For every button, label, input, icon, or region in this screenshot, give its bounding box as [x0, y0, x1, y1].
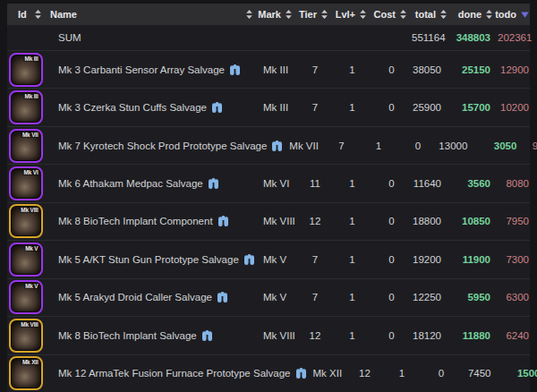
table-row: Mk VI Mk 6 Athakam Medpac Salvage Mk VI …	[7, 164, 530, 201]
item-total: 7450	[462, 368, 502, 379]
item-mark: Mk V	[256, 292, 297, 303]
item-name-cell: Mk 7 Kyrotech Shock Prod Prototype Salva…	[50, 141, 282, 151]
item-mark-badge: Mk V	[24, 245, 39, 251]
item-cost: 0	[371, 254, 412, 265]
item-icon: Mk XII	[9, 356, 43, 390]
item-done: 25150	[452, 64, 498, 75]
sort-desc-icon	[521, 12, 529, 18]
item-icon: Mk V	[9, 280, 43, 314]
column-header-id[interactable]: Id	[7, 4, 50, 25]
sort-icon	[246, 10, 252, 19]
item-done: 3560	[452, 178, 498, 189]
binoculars-icon[interactable]	[202, 330, 212, 341]
column-header-cost[interactable]: Cost	[371, 4, 412, 25]
item-mark-badge: Mk VIII	[20, 321, 39, 328]
item-cost: 0	[371, 178, 412, 189]
column-header-label: todo	[495, 9, 516, 20]
item-name: Mk 8 BioTech Implant Component	[58, 216, 213, 226]
binoculars-icon[interactable]	[217, 292, 227, 303]
item-mark-badge: Mk XII	[21, 359, 39, 365]
item-todo: 8080	[498, 178, 530, 189]
column-header-tier[interactable]: Tier	[297, 4, 333, 25]
table-row: Mk VII Mk 7 Kyrotech Shock Prod Prototyp…	[7, 126, 530, 164]
sort-icon	[360, 10, 366, 19]
item-name-cell: Mk 5 Arakyd Droid Caller Salvage	[50, 292, 256, 303]
item-lvl: 1	[359, 141, 397, 151]
column-header-label: done	[458, 9, 482, 20]
item-name: Mk 12 ArmaTek Fusion Furnace Prototype S…	[58, 368, 291, 379]
binoculars-icon[interactable]	[244, 254, 254, 265]
item-tier: 7	[297, 102, 333, 113]
item-tier: 7	[297, 292, 333, 303]
item-name: Mk 8 BioTech Implant Salvage	[58, 330, 197, 341]
item-tier: 7	[297, 64, 333, 75]
item-name-cell: Mk 5 A/KT Stun Gun Prototype Salvage	[50, 254, 256, 265]
item-mark-badge: Mk V	[24, 283, 39, 289]
sum-done: 348803	[452, 32, 498, 43]
binoculars-icon[interactable]	[212, 102, 222, 113]
column-header-label: Tier	[299, 9, 317, 20]
item-tier: 7	[323, 141, 359, 151]
binoculars-icon[interactable]	[296, 368, 306, 379]
item-lvl: 1	[333, 292, 371, 303]
column-header-total[interactable]: total	[412, 4, 452, 25]
item-icon: Mk VI	[9, 166, 43, 200]
binoculars-icon[interactable]	[230, 64, 240, 75]
item-mark: Mk III	[256, 102, 297, 113]
item-total: 19200	[412, 254, 452, 265]
table-row: Mk V Mk 5 A/KT Stun Gun Prototype Salvag…	[7, 240, 530, 277]
item-total: 12250	[412, 292, 452, 303]
column-header-lvl[interactable]: Lvl+	[333, 4, 371, 25]
item-lvl: 1	[333, 330, 371, 341]
item-name-cell: Mk 8 BioTech Implant Component	[50, 216, 256, 226]
sum-total: 551164	[412, 32, 452, 43]
table-header: Id Name Mark Tier Lvl+ Cost total done t…	[7, 4, 530, 25]
item-total: 38050	[412, 64, 452, 75]
item-mark-badge: Mk VII	[21, 132, 39, 138]
sort-icon	[400, 10, 406, 19]
item-name-cell: Mk 8 BioTech Implant Salvage	[50, 330, 256, 341]
sum-todo: 202361	[498, 32, 530, 43]
table-body: Mk III Mk 3 Carbanti Sensor Array Salvag…	[7, 50, 530, 392]
item-tier: 12	[297, 330, 333, 341]
item-done: 3050	[478, 141, 524, 151]
item-icon: Mk V	[9, 243, 43, 277]
item-cost: 0	[371, 102, 412, 113]
item-done: 1500	[502, 368, 537, 379]
item-total: 13000	[438, 141, 478, 151]
item-done: 11900	[452, 254, 498, 265]
item-name-cell: Mk 12 ArmaTek Fusion Furnace Prototype S…	[50, 368, 306, 379]
sort-icon	[440, 10, 447, 19]
item-mark-badge: Mk III	[23, 55, 39, 62]
column-header-label: total	[415, 9, 436, 20]
table-row: Mk V Mk 5 Arakyd Droid Caller Salvage Mk…	[7, 278, 530, 316]
binoculars-icon[interactable]	[209, 178, 218, 189]
item-cost: 0	[397, 141, 438, 151]
item-cost: 0	[371, 292, 412, 303]
binoculars-icon[interactable]	[218, 216, 228, 226]
column-header-name[interactable]: Name	[50, 4, 256, 25]
column-header-done[interactable]: done	[452, 4, 498, 25]
binoculars-icon[interactable]	[272, 141, 282, 151]
item-tier: 11	[297, 178, 333, 189]
item-done: 15700	[452, 102, 498, 113]
item-mark: Mk III	[256, 64, 297, 75]
item-done: 5950	[452, 292, 498, 303]
column-header-label: Id	[18, 9, 27, 20]
item-id-cell: Mk V	[7, 243, 50, 277]
item-name-cell: Mk 3 Czerka Stun Cuffs Salvage	[50, 102, 256, 113]
column-header-label: Name	[50, 9, 77, 20]
item-total: 18800	[412, 216, 452, 226]
item-icon: Mk VII	[9, 129, 43, 163]
item-tier: 12	[297, 216, 333, 226]
item-lvl: 1	[333, 64, 371, 75]
item-lvl: 1	[383, 368, 422, 379]
salvage-tracker-table: Id Name Mark Tier Lvl+ Cost total done t…	[0, 0, 537, 392]
column-header-mark[interactable]: Mark	[256, 4, 297, 25]
table-row: Mk III Mk 3 Carbanti Sensor Array Salvag…	[7, 50, 530, 88]
column-header-todo[interactable]: todo	[498, 4, 530, 25]
item-icon: Mk III	[9, 90, 43, 124]
item-id-cell: Mk VIII	[7, 319, 50, 353]
item-id-cell: Mk III	[7, 53, 50, 87]
sort-icon	[486, 10, 492, 19]
